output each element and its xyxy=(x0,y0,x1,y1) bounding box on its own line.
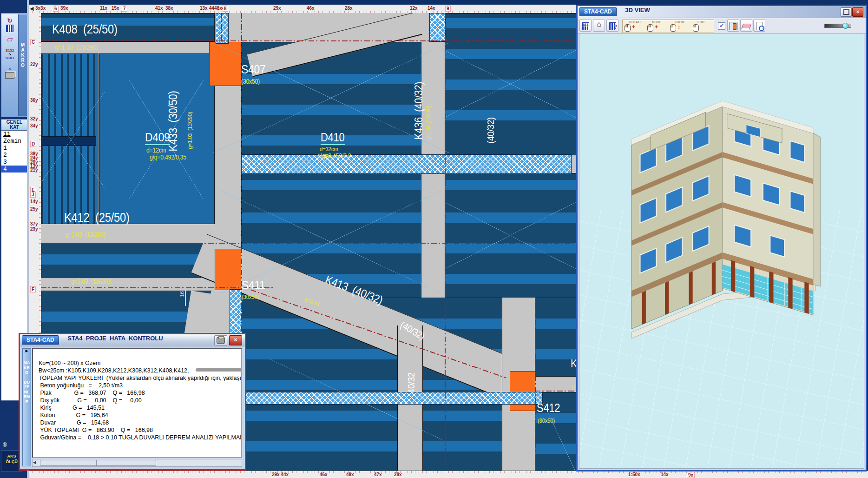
ruler-label: 28x xyxy=(345,6,353,11)
show-all-button[interactable]: ALL xyxy=(579,20,592,32)
ruler-label: 6 xyxy=(53,6,59,12)
home-view-button[interactable]: ⌂ xyxy=(593,20,605,32)
quality-slider[interactable] xyxy=(824,24,851,28)
mouse-mode-label: ROTATE xyxy=(629,20,642,24)
ruler-label: 14x xyxy=(661,472,669,477)
render-checkbox[interactable]: ✔ xyxy=(718,22,725,30)
ruler-label: 23y xyxy=(30,226,38,232)
mouse-mode-zoom[interactable]: ZOOM↕ xyxy=(668,20,691,33)
redacted-blob xyxy=(196,368,242,372)
mouse-mode-glyph: + xyxy=(655,24,658,30)
plane-3d-icon[interactable]: ▱ xyxy=(3,34,17,48)
3d-close-button[interactable]: × xyxy=(852,7,863,17)
building-grid-icon xyxy=(6,25,13,32)
report-line: Duvar G = 154,68 xyxy=(39,419,241,426)
blocks-icon[interactable]: × xyxy=(3,64,17,78)
ruler-label: 13x xyxy=(200,6,208,11)
ruler-label: 29x 44x xyxy=(272,472,289,477)
scroll-left-icon[interactable]: ◀ xyxy=(30,6,33,12)
beam-dim-k413-end: (40/32) xyxy=(393,316,432,344)
print-button[interactable] xyxy=(214,335,227,345)
3d-brand-tab[interactable]: STA4-CAD xyxy=(579,7,617,16)
slider-thumb[interactable] xyxy=(842,23,848,29)
dialog-titlebar[interactable]: STA4-CAD STA4 PROJE HATA KONTROLU × xyxy=(20,334,245,346)
ruler-label: 9x xyxy=(687,472,695,478)
report-line: Ko=(100 ~ 200) x Gzem xyxy=(39,359,241,367)
3d-viewport[interactable] xyxy=(579,33,864,469)
ruler-label: 8 xyxy=(223,6,228,12)
report-line: Beton yoğunluğu = 2,50 t/m3 xyxy=(39,382,241,389)
query-element-button[interactable]: ? xyxy=(606,20,618,32)
ruler-label: 38x xyxy=(165,6,173,11)
ruler-label: 36y xyxy=(30,98,38,103)
report-line: Dış yük G = 0,00 Q = 0,00 xyxy=(39,397,241,404)
scrollbar-left-icon[interactable]: ◀ xyxy=(33,460,36,465)
magnifier-page-icon xyxy=(756,22,763,30)
ruler-label: 14x xyxy=(427,6,435,11)
mouse-icon xyxy=(647,24,653,32)
load-label-k433: g=1.03 (13/290) xyxy=(187,106,193,155)
mouse-mode-label: MOVE xyxy=(652,20,661,24)
slab-label-d410: D410 xyxy=(321,132,345,145)
ruler-label: 39x xyxy=(60,6,68,11)
error-check-dialog: STA4-CAD STA4 PROJE HATA KONTROLU × ▶ MA… xyxy=(19,333,246,471)
load-label-k408: g=1.03 (13/290) xyxy=(55,44,98,51)
floor-item-11[interactable]: 11 xyxy=(1,131,27,138)
floor-item-1[interactable]: 1 xyxy=(1,145,27,152)
scrollbar-thumb[interactable] xyxy=(40,460,156,466)
floor-item-zemin[interactable]: Zemin xyxy=(1,138,27,145)
ruler-label: F xyxy=(30,286,36,292)
mouse-mode-glyph: ↕ xyxy=(677,24,680,30)
3d-titlebar[interactable]: STA4-CAD 3D VIEW × xyxy=(578,6,866,18)
refresh-structure-icon[interactable]: ↻ xyxy=(3,16,17,30)
load-label-k413: g=0.32 xyxy=(294,292,331,311)
dialog-makro-label: MAKRO xyxy=(24,360,30,375)
section-toggle-button[interactable] xyxy=(727,20,739,32)
makro-palette: ▶ ↻ ▱ S152 ↘ S101 × MAKRO xyxy=(1,13,28,117)
slab-load-d409: g/q=0.492/0.35 xyxy=(150,154,186,160)
beam-label-k436: K436 (40/32) xyxy=(413,80,424,141)
building-model xyxy=(624,87,823,339)
printer-icon xyxy=(217,337,225,344)
mouse-mode-move[interactable]: MOVE+ xyxy=(645,20,668,33)
mouse-mode-edit[interactable]: EDIT xyxy=(691,20,714,33)
dialog-hscrollbar[interactable]: ◀ xyxy=(32,459,242,467)
strip-expand-icon[interactable]: ▶ xyxy=(23,349,31,353)
registered-mark: ® xyxy=(3,442,7,448)
ruler-top[interactable]: ◀ 3x3x639x11x15x741x38x13x4448x4x829x46x… xyxy=(29,5,576,13)
floor-item-4[interactable]: 4 xyxy=(1,166,27,173)
makro-vertical-label: MAKRO xyxy=(20,42,26,68)
renumber-icon[interactable]: S152 ↘ S101 xyxy=(3,49,17,63)
ruler-label: 1:50x xyxy=(628,472,640,477)
eraser-icon xyxy=(741,24,752,30)
report-line: YÜK TOPLAMI G = 863,90 Q = 166,98 xyxy=(39,426,241,434)
maximize-icon xyxy=(843,9,849,15)
floor-item-3[interactable]: 3 xyxy=(1,159,27,166)
ruler-label: 29x xyxy=(273,6,281,11)
slab-depth-d409: d=12cm xyxy=(146,147,166,153)
load-label-k412: g=1.03 (13/290) xyxy=(65,231,105,238)
mouse-mode-rotate[interactable]: ROTATE+ xyxy=(623,20,645,33)
column-label-s407: S407 xyxy=(241,63,265,75)
dialog-duzenleme-label: DUZENLEME xyxy=(24,380,30,405)
dialog-brand-tab[interactable]: STA4-CAD xyxy=(22,335,59,345)
close-icon: × xyxy=(856,9,859,14)
ruler-label: 9 xyxy=(445,6,451,12)
ruler-label: 41x xyxy=(155,6,163,11)
ruler-label: 3x3x xyxy=(35,6,46,11)
erase-button[interactable] xyxy=(740,20,752,32)
dialog-report-text: Ko=(100 ~ 200) x GzemBw<25cm :K105,K109,… xyxy=(32,348,242,458)
beam-label-clipped: K xyxy=(571,358,576,369)
ruler-bottom[interactable]: 29x 44x46x48x47x28x1:50x14x9x xyxy=(29,471,868,478)
beam-label-k408: K408 (25/50) xyxy=(52,23,118,36)
floor-item-2[interactable]: 2 xyxy=(1,152,27,159)
dialog-side-strip: ▶ MAKRO DUZENLEME xyxy=(22,348,31,466)
3d-view-window: STA4-CAD 3D VIEW × ALL ⌂ ? ROTATE+MOVE+Z… xyxy=(576,5,867,471)
report-line: Kiriş G = 145,51 xyxy=(39,404,241,412)
ruler-label: 11x xyxy=(100,6,107,11)
column-dim-s407: (30x50) xyxy=(241,78,260,85)
report-line: Gduvar/Gbina = 0,18 > 0.10 TUGLA DUVARLI… xyxy=(39,434,241,441)
maximize-button[interactable] xyxy=(841,7,852,17)
dialog-close-button[interactable]: × xyxy=(229,335,242,345)
zoom-page-button[interactable] xyxy=(753,20,765,32)
